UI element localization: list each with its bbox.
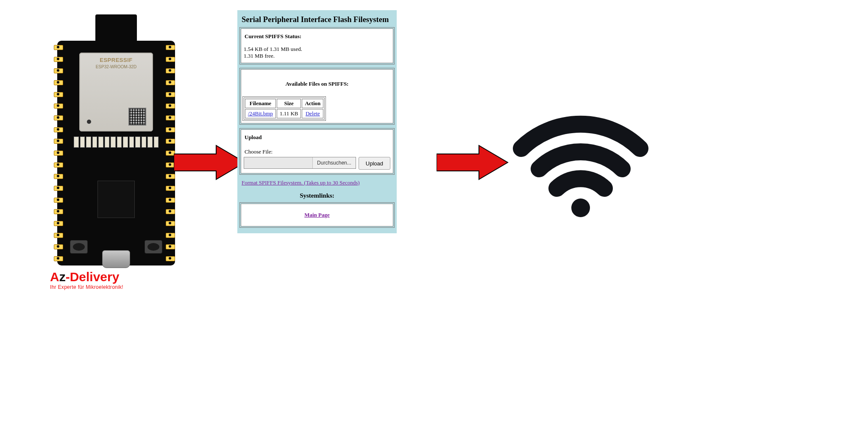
upload-button[interactable]: Upload	[359, 157, 390, 170]
arrow-right-2	[437, 143, 509, 182]
header-pin	[54, 256, 66, 261]
board-antenna	[95, 14, 137, 41]
micro-usb-port	[102, 250, 130, 268]
header-pin	[54, 244, 66, 249]
header-pin	[166, 209, 178, 214]
header-pin	[54, 57, 66, 62]
board-caption: Az-Delivery Ihr Experte für Mikroelektro…	[50, 270, 123, 290]
choose-file-label: Choose File:	[245, 148, 390, 155]
header-pin	[54, 198, 66, 203]
arrow-right-1	[174, 143, 246, 182]
header-pin	[166, 115, 178, 120]
delete-link[interactable]: Delete	[306, 110, 320, 117]
svg-point-0	[571, 198, 590, 217]
status-title: Current SPIFFS Status:	[245, 33, 390, 40]
pin-column-left	[54, 45, 67, 261]
header-pin	[166, 233, 178, 238]
header-pin	[54, 162, 66, 168]
files-table: Filename Size Action /24Bit.bmp 1.11 KB …	[244, 98, 325, 120]
header-pin	[54, 221, 66, 226]
status-box: Current SPIFFS Status: 1.54 KB of 1.31 M…	[241, 28, 393, 63]
brand-tagline: Ihr Experte für Mikroelektronik!	[50, 284, 123, 290]
brand-delivery: -Delivery	[66, 270, 120, 284]
file-input[interactable]: Durchsuchen...	[244, 157, 356, 169]
header-pin	[54, 209, 66, 214]
main-page-link[interactable]: Main Page	[304, 212, 330, 218]
file-link[interactable]: /24Bit.bmp	[248, 110, 273, 117]
header-pin	[166, 244, 178, 249]
shield-brand: ESPRESSIF	[79, 57, 153, 63]
spiffs-panel: Serial Peripheral Interface Flash Filesy…	[237, 10, 397, 233]
brand-z: z	[59, 270, 66, 284]
file-path-field[interactable]	[244, 157, 312, 168]
metal-shield: ESPRESSIF ESP32-WROOM-32D	[79, 53, 153, 131]
format-link[interactable]: Format SPIFFS Filesystem. (Takes up to 3…	[242, 179, 392, 186]
header-pin	[54, 80, 66, 85]
header-pin	[54, 233, 66, 238]
board-boot-button	[145, 240, 162, 254]
shield-dot	[87, 120, 91, 124]
header-pin	[166, 198, 178, 203]
header-pin	[166, 221, 178, 226]
header-pin	[166, 186, 178, 191]
board-en-button	[70, 240, 88, 254]
wifi-icon	[513, 89, 648, 225]
header-pin	[166, 127, 178, 132]
shield-model: ESP32-WROOM-32D	[79, 64, 153, 69]
table-header-row: Filename Size Action	[245, 99, 323, 108]
header-pin	[54, 115, 66, 120]
header-pin	[54, 174, 66, 179]
upload-title: Upload	[245, 134, 390, 141]
header-pin	[166, 45, 178, 50]
files-title: Available Files on SPIFFS:	[244, 81, 390, 87]
smd-row	[74, 137, 159, 148]
status-line-2: 1.31 MB free.	[244, 53, 390, 59]
header-pin	[54, 103, 66, 109]
table-row: /24Bit.bmp 1.11 KB Delete	[245, 109, 323, 118]
header-pin	[54, 127, 66, 132]
mcu-chip	[97, 181, 135, 218]
header-pin	[166, 80, 178, 85]
browse-button[interactable]: Durchsuchen...	[312, 157, 356, 168]
col-size: Size	[277, 99, 301, 108]
brand-a: A	[50, 270, 59, 284]
header-pin	[54, 92, 66, 97]
file-size: 1.11 KB	[277, 109, 301, 118]
upload-box: Upload Choose File: Durchsuchen... Uploa…	[241, 129, 393, 173]
col-action: Action	[302, 99, 323, 108]
header-pin	[54, 139, 66, 144]
files-box: Available Files on SPIFFS: Filename Size…	[241, 69, 393, 123]
header-pin	[54, 68, 66, 73]
header-pin	[166, 92, 178, 97]
systemlinks-heading: Systemlinks:	[241, 192, 393, 199]
page-title: Serial Peripheral Interface Flash Filesy…	[242, 15, 392, 24]
col-filename: Filename	[245, 99, 276, 108]
header-pin	[166, 57, 178, 62]
header-pin	[166, 256, 178, 261]
esp32-board: ESPRESSIF ESP32-WROOM-32D	[57, 41, 175, 265]
header-pin	[54, 45, 66, 50]
header-pin	[166, 103, 178, 109]
status-line-1: 1.54 KB of 1.31 MB used.	[244, 46, 390, 53]
header-pin	[54, 151, 66, 156]
header-pin	[166, 68, 178, 73]
shield-qr	[128, 108, 146, 126]
systemlinks-box: Main Page	[241, 204, 393, 226]
header-pin	[54, 186, 66, 191]
